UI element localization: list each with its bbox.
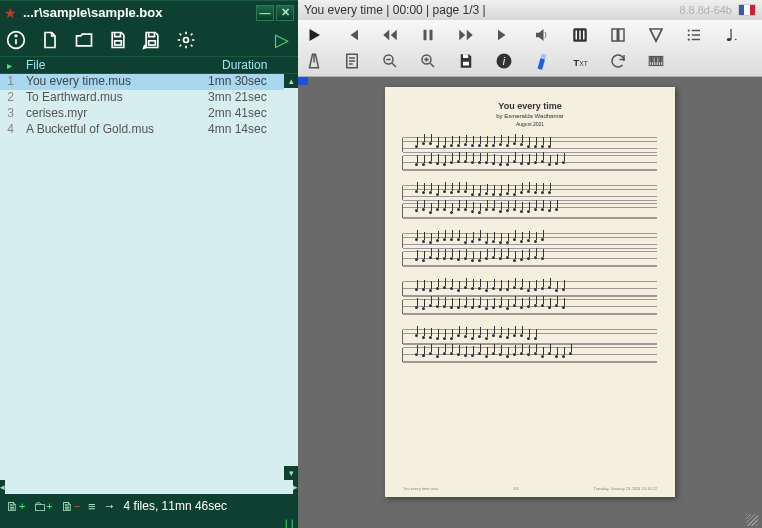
staff-line — [403, 251, 657, 267]
add-folder-icon[interactable]: 🗀+ — [33, 499, 52, 514]
svg-point-4 — [184, 38, 189, 43]
refresh-icon[interactable] — [608, 51, 628, 71]
svg-rect-16 — [692, 30, 700, 32]
list-item[interactable]: 2 To Earthward.mus 3mn 21sec — [0, 90, 284, 106]
svg-text:T: T — [573, 57, 579, 68]
add-file-icon[interactable]: 🗎+ — [6, 499, 25, 514]
note-icon[interactable] — [722, 25, 742, 45]
list-item[interactable]: 1 You every time.mus 1mn 30sec — [0, 74, 284, 90]
save-icon[interactable] — [108, 30, 128, 50]
keyboard-icon[interactable] — [646, 51, 666, 71]
preview-titlebar: You every time | 00:00 | page 1/3 | 8.8.… — [298, 0, 762, 20]
play-icon[interactable]: ▷ — [272, 30, 292, 50]
flag-icon[interactable] — [738, 4, 756, 16]
staff-line — [403, 185, 657, 201]
svg-point-13 — [688, 29, 690, 31]
preview-title-text: You every time | 00:00 | page 1/3 | — [304, 3, 486, 17]
resize-bar[interactable]: ❘❘ — [0, 518, 298, 528]
info-icon[interactable] — [6, 30, 26, 50]
volume-icon[interactable] — [532, 25, 552, 45]
svg-rect-8 — [576, 31, 578, 40]
svg-point-21 — [735, 39, 737, 41]
arrow-icon: → — [104, 499, 116, 513]
score-date: August 2021 — [403, 121, 657, 127]
text-icon[interactable]: TXT — [570, 51, 590, 71]
jukebox-toolbar: ▷ — [0, 24, 298, 56]
navigator-icon[interactable] — [646, 25, 666, 45]
dirty-indicator-icon: ★ — [4, 5, 17, 21]
open-icon[interactable] — [74, 30, 94, 50]
svg-rect-25 — [463, 54, 468, 58]
disk-icon[interactable] — [456, 51, 476, 71]
titlebar-path: ...r\sample\sample.box — [23, 5, 256, 20]
zoom-out-icon[interactable] — [380, 51, 400, 71]
list-icon[interactable]: ≡ — [88, 499, 96, 514]
version-label: 8.8.8d-64b — [679, 4, 732, 16]
about-icon[interactable]: i — [494, 51, 514, 71]
marker-icon[interactable] — [532, 51, 552, 71]
staff-line — [403, 203, 657, 219]
titlebar: ★ ...r\sample\sample.box — ✕ — [0, 0, 298, 24]
file-column-header[interactable]: File — [18, 57, 218, 73]
prev-track-icon[interactable] — [342, 25, 362, 45]
close-button[interactable]: ✕ — [276, 5, 294, 21]
vertical-scrollbar[interactable]: ▴ ▾ — [284, 74, 298, 480]
file-list[interactable]: 1 You every time.mus 1mn 30sec 2 To Eart… — [0, 74, 284, 480]
svg-point-14 — [688, 34, 690, 36]
resize-grip-icon[interactable]: ❘❘ — [282, 518, 294, 529]
svg-rect-11 — [612, 29, 617, 41]
svg-rect-26 — [463, 62, 469, 66]
horizontal-scrollbar[interactable]: ◂ ▸ — [0, 480, 298, 494]
score-subtitle: by Esmeralda Wadhamar — [403, 113, 657, 119]
scroll-up-icon[interactable]: ▴ — [284, 74, 298, 88]
next-track-icon[interactable] — [494, 25, 514, 45]
zoom-in-icon[interactable] — [418, 51, 438, 71]
svg-rect-6 — [430, 30, 433, 41]
status-bar: 🗎+ 🗀+ 🗎− ≡ → 4 files, 11mn 46sec — [0, 494, 298, 518]
score-viewport[interactable]: You every time by Esmeralda Wadhamar Aug… — [298, 77, 762, 512]
svg-rect-2 — [115, 41, 122, 45]
staff-line — [403, 155, 657, 171]
svg-rect-18 — [692, 39, 700, 41]
staff-line — [403, 299, 657, 315]
svg-rect-9 — [579, 31, 581, 40]
svg-rect-5 — [424, 30, 427, 41]
svg-rect-32 — [651, 57, 653, 62]
play-button[interactable] — [304, 25, 324, 45]
score-footer: You every time.mus 1/3 Tuesday, January … — [403, 486, 657, 491]
svg-text:XT: XT — [579, 60, 588, 67]
mixer-icon[interactable] — [570, 25, 590, 45]
forward-icon[interactable] — [456, 25, 476, 45]
doc-icon[interactable] — [342, 51, 362, 71]
position-marker[interactable] — [298, 77, 308, 85]
save-as-icon[interactable] — [142, 30, 162, 50]
pages-icon[interactable] — [608, 25, 628, 45]
svg-rect-12 — [619, 29, 624, 41]
svg-point-15 — [688, 38, 690, 40]
menu-icon[interactable] — [684, 25, 704, 45]
play-column-icon[interactable]: ▸ — [0, 57, 18, 73]
duration-column-header[interactable]: Duration — [218, 57, 298, 73]
staff-line — [403, 233, 657, 249]
staff-line — [403, 281, 657, 297]
rewind-icon[interactable] — [380, 25, 400, 45]
metronome-icon[interactable] — [304, 51, 324, 71]
staff-line — [403, 347, 657, 363]
score-title: You every time — [403, 101, 657, 111]
remove-file-icon[interactable]: 🗎− — [61, 499, 80, 514]
staff-line — [403, 329, 657, 345]
minimize-button[interactable]: — — [256, 5, 274, 21]
jukebox-panel: ★ ...r\sample\sample.box — ✕ ▷ ▸ File Du… — [0, 0, 298, 528]
svg-rect-17 — [692, 34, 700, 36]
list-header: ▸ File Duration — [0, 56, 298, 74]
scroll-down-icon[interactable]: ▾ — [284, 466, 298, 480]
pause-icon[interactable] — [418, 25, 438, 45]
new-icon[interactable] — [40, 30, 60, 50]
resize-grip-icon[interactable] — [746, 514, 758, 526]
settings-icon[interactable] — [176, 30, 196, 50]
score-page: You every time by Esmeralda Wadhamar Aug… — [385, 87, 675, 497]
svg-rect-34 — [660, 57, 662, 62]
list-item[interactable]: 3 cerises.myr 2mn 41sec — [0, 106, 284, 122]
staff-line — [403, 137, 657, 153]
list-item[interactable]: 4 A Bucketful of Gold.mus 4mn 14sec — [0, 122, 284, 138]
